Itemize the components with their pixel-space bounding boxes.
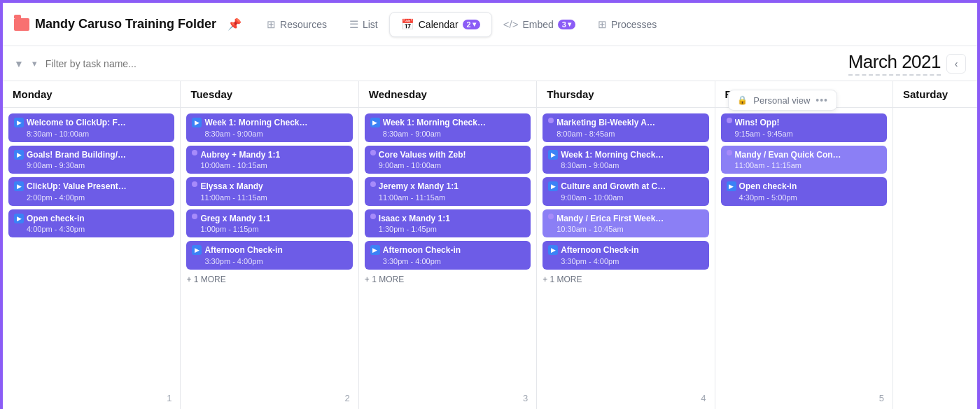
event-wed-4[interactable]: Isaac x Mandy 1:1 1:30pm - 1:45pm — [365, 209, 531, 238]
personal-view-more[interactable]: ••• — [816, 95, 828, 106]
folder-icon — [14, 18, 29, 31]
day-col-saturday — [893, 108, 977, 409]
event-wed-1[interactable]: ▶ Week 1: Morning Check… 8:30am - 9:00am — [365, 113, 531, 142]
tab-processes[interactable]: ⊞ Processes — [587, 13, 668, 36]
video-icon-th5: ▶ — [548, 245, 558, 255]
video-icon-w1: ▶ — [370, 118, 380, 127]
event-monday-4[interactable]: ▶ Open check-in 4:00pm - 4:30pm — [8, 209, 174, 238]
tab-calendar[interactable]: 📅 Calendar 2 ▾ — [389, 12, 492, 37]
event-wed-2[interactable]: Core Values with Zeb! 9:00am - 10:00am — [365, 146, 531, 174]
day-col-monday: ▶ Welcome to ClickUp: F… 8:30am - 10:00a… — [3, 108, 181, 409]
event-tuesday-5[interactable]: ▶ Afternoon Check-in 3:30pm - 4:00pm — [186, 241, 352, 270]
month-nav: March 2021 ‹ — [848, 51, 966, 76]
video-icon-th2: ▶ — [548, 150, 558, 160]
month-title: March 2021 — [848, 51, 941, 76]
pin-icon: 📌 — [227, 18, 241, 31]
video-icon-f3: ▶ — [727, 181, 736, 191]
embed-icon: </> — [503, 18, 519, 30]
dot-icon-f1 — [727, 118, 732, 123]
event-wed-5[interactable]: ▶ Afternoon Check-in 3:30pm - 4:00pm — [365, 241, 531, 270]
personal-view-bar[interactable]: 🔒 Personal view ••• — [728, 90, 837, 111]
filter-input[interactable] — [46, 58, 840, 69]
day-number-4: 4 — [701, 393, 706, 403]
event-fri-3[interactable]: ▶ Open check-in 4:30pm - 5:00pm — [721, 177, 887, 206]
dot-icon-t2 — [192, 150, 197, 155]
video-icon-4: ▶ — [14, 214, 24, 223]
video-icon-t1: ▶ — [192, 118, 202, 127]
day-number-5: 5 — [879, 393, 884, 403]
dot-icon-w2 — [370, 150, 376, 155]
calendar-body: ▶ Welcome to ClickUp: F… 8:30am - 10:00a… — [3, 108, 977, 409]
filter-icon: ▼ — [14, 58, 24, 69]
dot-icon-t4 — [192, 214, 197, 219]
video-icon-th3: ▶ — [548, 181, 558, 191]
dot-icon-w3 — [370, 181, 376, 187]
page-title: Mandy Caruso Training Folder — [35, 17, 216, 32]
video-icon-2: ▶ — [14, 150, 24, 160]
calendar-icon: 📅 — [401, 18, 414, 31]
embed-badge-chevron: ▾ — [568, 20, 571, 28]
event-tuesday-1[interactable]: ▶ Week 1: Morning Check… 8:30am - 9:00am — [186, 113, 352, 142]
day-col-tuesday: ▶ Week 1: Morning Check… 8:30am - 9:00am… — [181, 108, 358, 409]
calendar-badge: 2 ▾ — [463, 20, 480, 29]
event-thu-3[interactable]: ▶ Culture and Growth at C… 9:00am - 10:0… — [542, 177, 708, 206]
event-fri-2[interactable]: Mandy / Evan Quick Con… 11:00am - 11:15a… — [721, 146, 887, 174]
day-header-thursday: Thursday — [537, 81, 715, 107]
processes-icon: ⊞ — [598, 18, 607, 31]
event-monday-3[interactable]: ▶ ClickUp: Value Present… 2:00pm - 4:00p… — [8, 177, 174, 206]
event-tuesday-3[interactable]: Elyssa x Mandy 11:00am - 11:15am — [186, 177, 352, 206]
calendar-badge-chevron: ▾ — [472, 20, 476, 28]
thursday-more[interactable]: + 1 MORE — [542, 273, 708, 286]
personal-view-label: Personal view — [753, 95, 810, 106]
processes-tab-label: Processes — [611, 19, 657, 30]
wednesday-more[interactable]: + 1 MORE — [365, 273, 531, 286]
tuesday-more[interactable]: + 1 MORE — [186, 273, 352, 286]
tab-resources[interactable]: ⊞ Resources — [255, 13, 338, 36]
embed-badge: 3 ▾ — [558, 20, 575, 29]
event-thu-5[interactable]: ▶ Afternoon Check-in 3:30pm - 4:00pm — [542, 241, 708, 270]
nav-tabs: ⊞ Resources ☰ List 📅 Calendar 2 ▾ </> Em… — [255, 12, 966, 37]
event-tuesday-2[interactable]: Aubrey + Mandy 1:1 10:00am - 10:15am — [186, 146, 352, 174]
toolbar: ▼ ▾ 🔒 Personal view ••• March 2021 ‹ — [3, 46, 977, 81]
event-fri-1[interactable]: Wins! Opp! 9:15am - 9:45am — [721, 113, 887, 142]
event-thu-2[interactable]: ▶ Week 1: Morning Check… 8:30am - 9:00am — [542, 146, 708, 174]
list-icon: ☰ — [349, 18, 358, 31]
event-thu-4[interactable]: Mandy / Erica First Week… 10:30am - 10:4… — [542, 209, 708, 238]
header: Mandy Caruso Training Folder 📌 ⊞ Resourc… — [3, 3, 977, 46]
dot-icon-t3 — [192, 181, 197, 187]
day-number-2: 2 — [345, 393, 350, 403]
lock-icon: 🔒 — [737, 95, 748, 105]
tab-list[interactable]: ☰ List — [338, 13, 389, 36]
day-header-wednesday: Wednesday — [359, 81, 537, 107]
day-col-friday: Wins! Opp! 9:15am - 9:45am Mandy / Evan … — [715, 108, 893, 409]
day-col-thursday: Marketing Bi-Weekly A… 8:00am - 8:45am ▶… — [537, 108, 715, 409]
resources-icon: ⊞ — [267, 18, 276, 31]
event-monday-2[interactable]: ▶ Goals! Brand Building/… 9:00am - 9:30a… — [8, 146, 174, 174]
event-thu-1[interactable]: Marketing Bi-Weekly A… 8:00am - 8:45am — [542, 113, 708, 142]
dot-icon-th4 — [548, 214, 554, 219]
event-tuesday-4[interactable]: Greg x Mandy 1:1 1:00pm - 1:15pm — [186, 209, 352, 238]
day-header-saturday: Saturday — [893, 81, 977, 107]
tab-embed[interactable]: </> Embed 3 ▾ — [492, 13, 587, 36]
filter-chevron: ▾ — [32, 58, 37, 69]
day-header-monday: Monday — [3, 81, 181, 107]
day-number-3: 3 — [523, 393, 528, 403]
day-header-tuesday: Tuesday — [181, 81, 358, 107]
video-icon: ▶ — [14, 118, 24, 127]
list-tab-label: List — [363, 19, 378, 30]
prev-month-button[interactable]: ‹ — [946, 54, 966, 74]
event-wed-3[interactable]: Jeremy x Mandy 1:1 11:00am - 11:15am — [365, 177, 531, 206]
video-icon-3: ▶ — [14, 181, 24, 191]
embed-tab-label: Embed — [522, 19, 553, 30]
video-icon-w5: ▶ — [370, 245, 380, 255]
calendar-tab-label: Calendar — [419, 19, 458, 30]
dot-icon-w4 — [370, 214, 376, 219]
event-monday-1[interactable]: ▶ Welcome to ClickUp: F… 8:30am - 10:00a… — [8, 113, 174, 142]
dot-icon-f2 — [727, 150, 732, 155]
day-col-wednesday: ▶ Week 1: Morning Check… 8:30am - 9:00am… — [359, 108, 537, 409]
video-icon-t5: ▶ — [192, 245, 202, 255]
resources-tab-label: Resources — [280, 19, 327, 30]
day-number-1: 1 — [167, 393, 172, 403]
dot-icon-th1 — [548, 118, 554, 123]
